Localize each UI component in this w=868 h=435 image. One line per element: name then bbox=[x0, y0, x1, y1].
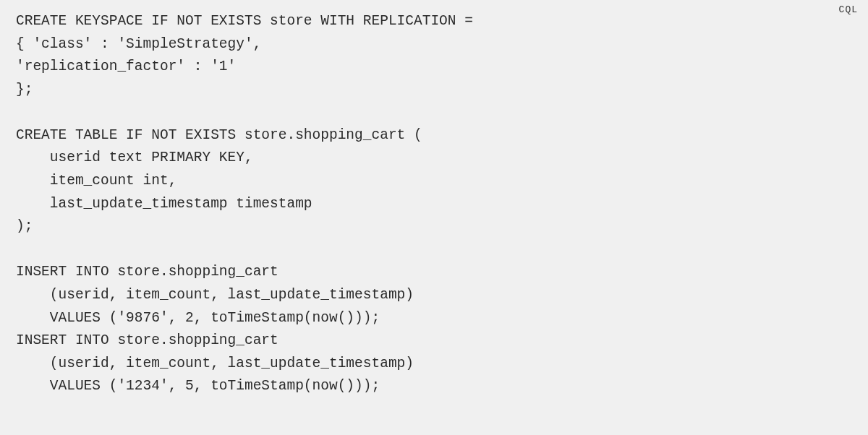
language-badge: CQL bbox=[839, 4, 858, 15]
code-content[interactable]: CREATE KEYSPACE IF NOT EXISTS store WITH… bbox=[16, 10, 852, 398]
code-block: CQL CREATE KEYSPACE IF NOT EXISTS store … bbox=[0, 0, 868, 435]
